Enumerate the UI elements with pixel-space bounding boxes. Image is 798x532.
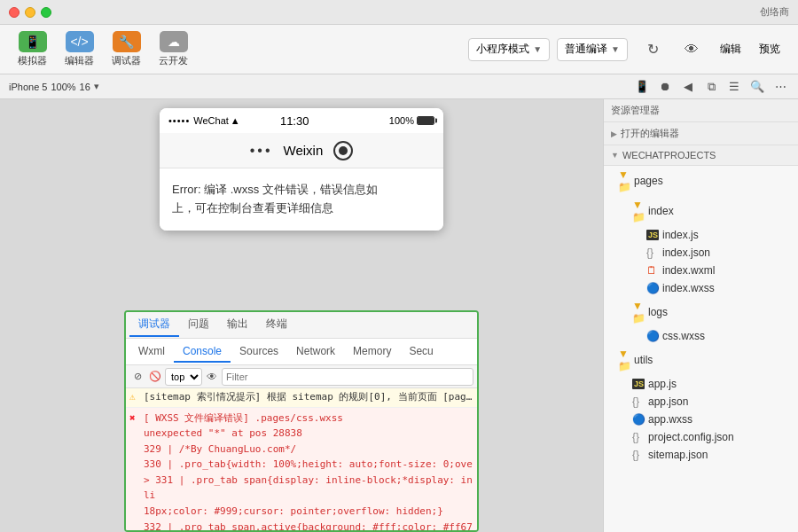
minimize-button[interactable] bbox=[25, 7, 35, 18]
app-title: 创络商 bbox=[760, 5, 789, 19]
error-text-line5: > 331 | .pro_tab span{display: inline-bl… bbox=[144, 473, 473, 504]
resources-header: 资源管理器 bbox=[604, 99, 798, 122]
debugger-label: 调试器 bbox=[112, 54, 141, 67]
wxml-file-icon: 🗒 bbox=[646, 264, 659, 277]
console-warning-line: ⚠ [sitemap 索引情况提示] 根据 sitemap 的规则[0], 当前… bbox=[126, 388, 477, 408]
edit-button[interactable]: 编辑 bbox=[713, 38, 748, 60]
compile-select-value: 普通编译 bbox=[565, 42, 607, 57]
tree-item-logs[interactable]: ▼ 📁 logs bbox=[604, 297, 798, 327]
editor-label: 编辑器 bbox=[65, 54, 94, 67]
tab-issues[interactable]: 问题 bbox=[179, 313, 218, 337]
close-button[interactable] bbox=[9, 7, 20, 18]
index-json-label: index.json bbox=[662, 246, 710, 259]
toolbar-left: 📱 模拟器 </> 编辑器 🔧 调试器 ☁ 云开发 bbox=[11, 27, 468, 71]
battery-icon bbox=[417, 116, 434, 125]
list-icon[interactable]: ☰ bbox=[725, 78, 743, 96]
project-chevron: ▼ bbox=[611, 151, 619, 160]
refresh-button[interactable]: ↻ bbox=[635, 35, 670, 64]
battery-fill bbox=[418, 117, 434, 124]
simulator-button[interactable]: 📱 模拟器 bbox=[11, 27, 54, 71]
toolbar-center: 小程序模式 ▼ 普通编译 ▼ bbox=[468, 38, 628, 61]
tree-item-app-json[interactable]: {} app.json bbox=[604, 393, 798, 411]
folder-icon-logs: ▼ 📁 bbox=[632, 300, 645, 325]
eye-icon: 👁 bbox=[681, 39, 702, 60]
tree-item-css-wxss[interactable]: 🔵 css.wxss bbox=[604, 327, 798, 345]
tree-item-index-wxss[interactable]: 🔵 index.wxss bbox=[604, 279, 798, 297]
cloud-button[interactable]: ☁ 云开发 bbox=[152, 27, 195, 71]
console-output: ⚠ [sitemap 索引情况提示] 根据 sitemap 的规则[0], 当前… bbox=[126, 388, 477, 530]
project-header[interactable]: ▼ WECHATPROJECTS bbox=[604, 145, 798, 166]
tab-debugger[interactable]: 调试器 bbox=[129, 313, 179, 337]
console-toolbar: ⊘ 🚫 top 👁 bbox=[126, 365, 477, 388]
copy-icon[interactable]: ⧉ bbox=[702, 78, 720, 96]
cloud-icon: ☁ bbox=[160, 31, 188, 52]
record-icon[interactable]: ⏺ bbox=[656, 78, 674, 96]
tree-item-index[interactable]: ▼ 📁 index bbox=[604, 196, 798, 226]
tab-memory[interactable]: Memory bbox=[344, 341, 400, 363]
devtools-panel: 调试器 问题 输出 终端 Wxml Console Sources Networ… bbox=[124, 310, 479, 532]
css-wxss-label: css.wxss bbox=[662, 330, 705, 342]
clear-console-button[interactable]: ⊘ bbox=[129, 369, 145, 385]
compile-select[interactable]: 普通编译 ▼ bbox=[557, 38, 628, 61]
open-editors-label: 打开的编辑器 bbox=[621, 127, 679, 140]
warning-text: [sitemap 索引情况提示] 根据 sitemap 的规则[0], 当前页面… bbox=[144, 390, 473, 405]
main-toolbar: 📱 模拟器 </> 编辑器 🔧 调试器 ☁ 云开发 小程序模式 ▼ 普通编译 ▼… bbox=[0, 25, 798, 74]
error-icon: ✖ bbox=[129, 412, 140, 424]
eye-button[interactable]: 👁 bbox=[674, 35, 709, 64]
camera-icon bbox=[333, 141, 353, 160]
editor-button[interactable]: </> 编辑器 bbox=[58, 27, 101, 71]
editor-icon: </> bbox=[66, 31, 94, 52]
phone-icon[interactable]: 📱 bbox=[633, 78, 651, 96]
tree-item-utils[interactable]: ▼ 📁 utils bbox=[604, 345, 798, 375]
tab-terminal[interactable]: 终端 bbox=[257, 313, 296, 337]
phone-title: Weixin bbox=[284, 143, 324, 158]
menu-dots: ••• bbox=[250, 143, 273, 159]
open-editors-header[interactable]: ▶ 打开的编辑器 bbox=[604, 122, 798, 145]
app-js-label: app.js bbox=[648, 378, 677, 390]
simulator-icon: 📱 bbox=[19, 31, 47, 52]
device-info: iPhone 5 100% 16 ▾ bbox=[9, 81, 99, 92]
project-config-label: project.config.json bbox=[648, 431, 734, 443]
titlebar: 创络商 bbox=[0, 0, 798, 25]
eye-filter-button[interactable]: 👁 bbox=[204, 369, 220, 385]
phone-status-bar: ••••• WeChat ▲ 11:30 100% bbox=[160, 108, 443, 133]
tab-security[interactable]: Secu bbox=[400, 341, 442, 363]
sitemap-icon: {} bbox=[632, 449, 645, 461]
tab-sources[interactable]: Sources bbox=[231, 341, 287, 363]
preview-button[interactable]: 预览 bbox=[752, 38, 787, 60]
search-icon[interactable]: 🔍 bbox=[748, 78, 766, 96]
more-icon[interactable]: ⋯ bbox=[771, 78, 789, 96]
maximize-button[interactable] bbox=[41, 7, 51, 18]
debugger-button[interactable]: 🔧 调试器 bbox=[105, 27, 148, 71]
folder-icon-pages: ▼ 📁 bbox=[618, 168, 630, 193]
js-file-icon: JS bbox=[646, 230, 659, 240]
context-select[interactable]: top bbox=[165, 368, 202, 386]
tree-item-app-js[interactable]: JS app.js bbox=[604, 375, 798, 393]
tab-network[interactable]: Network bbox=[287, 341, 344, 363]
phone-header: ••• Weixin bbox=[160, 133, 443, 168]
folder-icon-utils: ▼ 📁 bbox=[618, 348, 630, 372]
tab-wxml[interactable]: Wxml bbox=[129, 341, 174, 363]
toolbar-right: ↻ 👁 编辑 预览 bbox=[635, 35, 787, 64]
app-wxss-icon: 🔵 bbox=[632, 413, 645, 426]
filter-input[interactable] bbox=[222, 368, 473, 386]
tree-item-index-json[interactable]: {} index.json bbox=[604, 244, 798, 262]
tree-item-index-js[interactable]: JS index.js bbox=[604, 226, 798, 244]
mode-select[interactable]: 小程序模式 ▼ bbox=[468, 38, 550, 61]
back-icon[interactable]: ◀ bbox=[679, 78, 697, 96]
tree-item-project-config[interactable]: {} project.config.json bbox=[604, 428, 798, 446]
tree-item-index-wxml[interactable]: 🗒 index.wxml bbox=[604, 262, 798, 279]
tree-item-sitemap[interactable]: {} sitemap.json bbox=[604, 446, 798, 464]
device-dropdown-arrow[interactable]: ▾ bbox=[94, 81, 99, 92]
index-wxml-label: index.wxml bbox=[662, 264, 715, 277]
tab-console[interactable]: Console bbox=[174, 341, 231, 363]
tree-item-pages[interactable]: ▼ 📁 pages bbox=[604, 166, 798, 196]
tab-output[interactable]: 输出 bbox=[218, 313, 257, 337]
wifi-icon: ▲ bbox=[231, 115, 240, 126]
tree-item-app-wxss[interactable]: 🔵 app.wxss bbox=[604, 411, 798, 428]
battery-percent: 100% bbox=[389, 115, 414, 126]
error-line1: Error: 编译 .wxss 文件错误，错误信息如 bbox=[172, 183, 378, 196]
filter-button[interactable]: 🚫 bbox=[147, 369, 163, 385]
project-label: WECHATPROJECTS bbox=[622, 150, 716, 160]
edit-label: 编辑 bbox=[720, 42, 741, 57]
